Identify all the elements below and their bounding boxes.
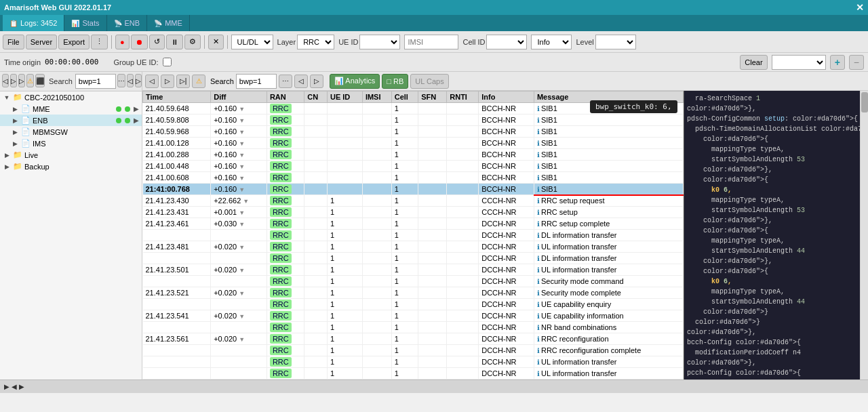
- refresh-button[interactable]: ↺: [149, 35, 165, 49]
- right-scrollbar[interactable]: [860, 91, 868, 379]
- table-row[interactable]: 21.41.23.541 +0.020 ▼ RRC 1 1 DCCH-NR ℹU…: [143, 310, 684, 322]
- file-button[interactable]: File: [3, 35, 24, 49]
- direction-select[interactable]: UL/DL UL DL: [231, 35, 273, 49]
- cell-time: [143, 299, 211, 310]
- tree-mbmsgw[interactable]: ▶ 📄 MBMSGW: [0, 126, 142, 138]
- tree-ims[interactable]: ▶ 📄 IMS: [0, 138, 142, 149]
- export-button[interactable]: Export: [58, 35, 90, 49]
- more-button[interactable]: ⋮: [91, 35, 108, 49]
- cell-sfn: [418, 276, 447, 287]
- mme-icon: 📄: [21, 104, 31, 113]
- cell-time: [143, 322, 211, 333]
- filter-select[interactable]: [772, 55, 826, 70]
- nav-stop[interactable]: ⬛: [35, 74, 45, 87]
- close-panel-button[interactable]: ✕: [208, 35, 224, 49]
- rb-button[interactable]: □ RB: [382, 74, 408, 89]
- live-label: Live: [24, 151, 139, 159]
- sync-button[interactable]: ⏸: [166, 35, 183, 49]
- cell-ran: RRC: [267, 333, 304, 345]
- table-row[interactable]: RRC 1 1 DCCH-NR ℹDL information transfer: [143, 253, 684, 264]
- table-row[interactable]: 21.41.23.481 +0.020 ▼ RRC 1 1 DCCH-NR ℹU…: [143, 241, 684, 253]
- nav-forward[interactable]: ▷: [10, 74, 17, 87]
- search-options[interactable]: ⋯: [117, 74, 125, 87]
- tree-root[interactable]: ▼ 📁 CBC-2021050100: [0, 91, 142, 103]
- ueid-select[interactable]: [359, 35, 400, 49]
- table-row[interactable]: 21.41.00.608 +0.160 ▼ RRC 1 BCCH-NR ℹSIB…: [143, 172, 684, 184]
- table-row[interactable]: 21.41.00.128 +0.160 ▼ RRC 1 BCCH-NR ℹSIB…: [143, 138, 684, 149]
- tree-backup[interactable]: ▶ 📁 Backup: [0, 161, 142, 172]
- mme-dot2: [125, 106, 130, 112]
- tree-live[interactable]: ▶ 📁 Live: [0, 149, 142, 161]
- tab-enb[interactable]: 📡 ENB: [107, 15, 148, 31]
- table-row[interactable]: 21.41.23.431 +0.001 ▼ RRC 1 1 CCCH-NR ℹR…: [143, 207, 684, 218]
- stop-button[interactable]: ●: [115, 35, 130, 49]
- nav-prev[interactable]: ◁: [127, 74, 134, 87]
- tree-enb[interactable]: ▶ 📄 ENB ▶: [0, 115, 142, 126]
- table-row[interactable]: RRC 1 1 DCCH-NR ℹDL information transfer: [143, 379, 684, 380]
- tab-logs[interactable]: 📋 Logs: 3452: [3, 15, 64, 31]
- table-row[interactable]: RRC 1 1 DCCH-NR ℹRRC reconfiguration com…: [143, 345, 684, 356]
- cell-ran: RRC: [267, 230, 304, 241]
- nb-skip[interactable]: ▷|: [176, 75, 190, 88]
- mme-play[interactable]: ▶: [134, 105, 139, 112]
- clear-button[interactable]: Clear: [740, 55, 767, 70]
- cellid-select[interactable]: [486, 35, 527, 49]
- search-input2[interactable]: [236, 74, 277, 89]
- nb-forward[interactable]: ▷: [161, 75, 174, 88]
- server-button[interactable]: Server: [26, 35, 57, 49]
- table-row[interactable]: 21.41.00.448 +0.160 ▼ RRC 1 BCCH-NR ℹSIB…: [143, 161, 684, 172]
- table-row[interactable]: 21.41.23.561 +0.020 ▼ RRC 1 1 DCCH-NR ℹR…: [143, 333, 684, 345]
- table-row[interactable]: 21.40.59.648 +0.160 ▼ RRC 1 BCCH-NR ℹSIB…: [143, 103, 684, 115]
- layer-select[interactable]: RRC MAC PHY: [297, 35, 334, 49]
- nav-warning[interactable]: ⚠: [26, 74, 34, 87]
- imsi-input[interactable]: [404, 35, 458, 49]
- table-row[interactable]: 21.41.23.501 +0.020 ▼ RRC 1 1 DCCH-NR ℹU…: [143, 264, 684, 276]
- remove-filter-button[interactable]: −: [849, 55, 864, 70]
- cell-info: DCCH-NR: [479, 276, 534, 287]
- table-row[interactable]: RRC 1 1 DCCH-NR ℹUE capability enquiry: [143, 299, 684, 310]
- table-row[interactable]: 21.41.23.430 +22.662 ▼ RRC 1 1 CCCH-NR ℹ…: [143, 195, 684, 207]
- table-row[interactable]: RRC 1 1 DCCH-NR ℹUL information transfer: [143, 368, 684, 379]
- nb-back[interactable]: ◁: [145, 75, 159, 88]
- search-opts2[interactable]: ⋯: [279, 75, 292, 88]
- info-select[interactable]: Info: [531, 35, 572, 49]
- cell-time: 21.41.23.561: [143, 333, 211, 345]
- mme-label: MME: [33, 105, 113, 113]
- cell-sfn: [418, 207, 447, 218]
- tab-mme[interactable]: 📡 MME: [147, 15, 190, 31]
- tab-stats[interactable]: 📊 Stats: [64, 15, 106, 31]
- table-row[interactable]: 21.41.00.288 +0.160 ▼ RRC 1 BCCH-NR ℹSIB…: [143, 149, 684, 161]
- table-row[interactable]: RRC 1 1 DCCH-NR ℹUL information transfer: [143, 356, 684, 368]
- nb-warn[interactable]: ⚠: [192, 75, 205, 88]
- level-select[interactable]: [595, 35, 636, 49]
- search-input[interactable]: [75, 74, 116, 89]
- table-row[interactable]: RRC 1 1 DCCH-NR ℹNR band combinations: [143, 322, 684, 333]
- record-button[interactable]: ⏺: [131, 35, 148, 49]
- cell-ueid: 1: [327, 241, 362, 253]
- table-row[interactable]: 21:41:00.768 +0.160 ▼ RRC 1 BCCH-NR ℹSIB…: [143, 184, 684, 195]
- cell-sfn: [418, 172, 447, 184]
- cell-cell: 1: [391, 264, 418, 276]
- group-ue-checkbox[interactable]: [163, 58, 172, 66]
- table-row[interactable]: 21.40.59.808 +0.160 ▼ RRC 1 BCCH-NR ℹSIB…: [143, 115, 684, 126]
- table-row[interactable]: RRC 1 1 DCCH-NR ℹDL information transfer: [143, 230, 684, 241]
- settings-button[interactable]: ⚙: [184, 35, 201, 49]
- ul-caps-button[interactable]: UL Caps: [410, 74, 448, 89]
- nav-back[interactable]: ◁: [2, 74, 9, 87]
- tab-stats-label: Stats: [82, 19, 99, 27]
- nb-prev2[interactable]: ◁: [294, 75, 308, 88]
- nav-next[interactable]: ▷: [135, 74, 142, 87]
- table-row[interactable]: 21.41.23.461 +0.030 ▼ RRC 1 1 DCCH-NR ℹR…: [143, 218, 684, 230]
- cell-rnti: [447, 299, 479, 310]
- table-row[interactable]: 21.41.23.521 +0.020 ▼ RRC 1 1 DCCH-NR ℹS…: [143, 287, 684, 299]
- analytics-button[interactable]: 📊 Analytics: [330, 74, 380, 89]
- enb-play[interactable]: ▶: [134, 117, 139, 124]
- add-filter-button[interactable]: +: [830, 55, 845, 70]
- nb-next2[interactable]: ▷: [310, 75, 323, 88]
- nav-forward2[interactable]: ▷: [18, 74, 25, 87]
- cell-rnti: [447, 379, 479, 380]
- close-button[interactable]: ✕: [856, 2, 864, 13]
- table-row[interactable]: 21.40.59.968 +0.160 ▼ RRC 1 BCCH-NR ℹSIB…: [143, 126, 684, 138]
- tree-mme[interactable]: ▶ 📄 MME ▶: [0, 103, 142, 115]
- table-row[interactable]: RRC 1 1 DCCH-NR ℹSecurity mode command: [143, 276, 684, 287]
